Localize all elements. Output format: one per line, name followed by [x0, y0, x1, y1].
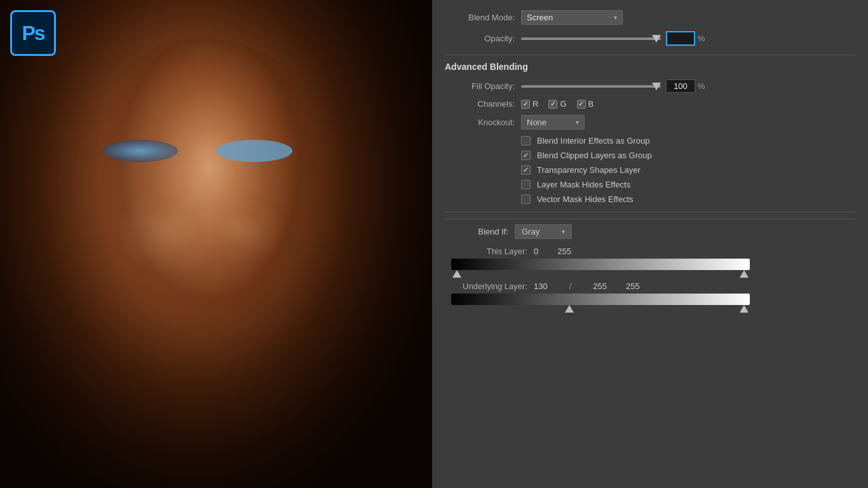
effect-transparency-shapes-checkbox[interactable]: ✓ — [521, 165, 531, 175]
underlying-layer-thumb-mid[interactable] — [565, 305, 574, 313]
channel-r-item: ✓ R — [521, 99, 538, 109]
underlying-layer-gradient — [451, 294, 750, 305]
underlying-layer-mid: 255 — [593, 281, 607, 291]
channel-g-label: G — [560, 99, 566, 109]
underlying-layer-values: 130 / 255 255 — [534, 281, 640, 291]
this-layer-min: 0 — [534, 247, 538, 256]
opacity-slider[interactable] — [521, 34, 661, 44]
blend-if-dropdown[interactable]: Gray ▾ — [515, 224, 572, 239]
channel-g-checkbox[interactable]: ✓ — [548, 100, 557, 109]
ps-logo-text: Ps — [22, 22, 44, 45]
underlying-layer-label: Underlying Layer: — [445, 281, 527, 291]
knockout-row: Knockout: None ▾ — [445, 115, 855, 130]
this-layer-thumb-left[interactable] — [452, 270, 461, 278]
fill-opacity-slider[interactable] — [521, 81, 661, 92]
blend-mode-chevron: ▾ — [614, 14, 617, 21]
advanced-blending-heading: Advanced Blending — [445, 62, 855, 72]
effect-blend-interior-row: ✓ Blend Interior Effects as Group — [521, 136, 855, 146]
opacity-value[interactable]: 100 — [666, 31, 695, 46]
effect-transparency-shapes-row: ✓ Transparency Shapes Layer — [521, 165, 855, 175]
knockout-chevron: ▾ — [576, 119, 579, 126]
blend-if-row: Blend If: Gray ▾ — [445, 224, 855, 239]
channel-b-checkbox[interactable]: ✓ — [577, 100, 586, 109]
underlying-layer-min: 130 — [534, 281, 548, 291]
portrait-image — [0, 0, 432, 488]
effect-vector-mask-row: ✓ Vector Mask Hides Effects — [521, 194, 855, 204]
channel-b-label: B — [588, 99, 594, 109]
this-layer-row: This Layer: 0 255 — [445, 247, 855, 256]
effect-layer-mask-checkbox[interactable]: ✓ — [521, 180, 531, 189]
channel-r-checkbox[interactable]: ✓ — [521, 100, 530, 109]
effects-section: ✓ Blend Interior Effects as Group ✓ Blen… — [521, 136, 855, 204]
this-layer-thumb-right[interactable] — [740, 270, 749, 278]
blend-if-value: Gray — [522, 227, 539, 236]
opacity-thumb[interactable] — [652, 35, 661, 43]
effect-transparency-shapes-check: ✓ — [523, 166, 529, 173]
underlying-layer-max: 255 — [626, 281, 640, 291]
knockout-label: Knockout: — [445, 118, 515, 127]
fill-opacity-row: Fill Opacity: 100 % — [445, 79, 855, 93]
blend-mode-label: Blend Mode: — [445, 13, 515, 22]
blend-if-chevron: ▾ — [562, 228, 565, 235]
blend-if-section: Blend If: Gray ▾ This Layer: 0 255 — [445, 219, 855, 305]
fill-opacity-fill — [521, 85, 661, 88]
this-layer-label: This Layer: — [445, 247, 527, 256]
opacity-row: Opacity: 100 % — [445, 31, 855, 46]
portrait-panel: Ps — [0, 0, 432, 488]
opacity-label: Opacity: — [445, 34, 515, 43]
blend-if-label: Blend If: — [445, 227, 508, 236]
fill-opacity-pct: % — [698, 81, 705, 91]
blend-mode-value: Screen — [527, 13, 553, 22]
fill-opacity-value: 100 — [666, 79, 695, 93]
blend-mode-row: Blend Mode: Screen ▾ — [445, 10, 855, 25]
effect-blend-clipped-row: ✓ Blend Clipped Layers as Group — [521, 151, 855, 160]
effect-blend-clipped-label: Blend Clipped Layers as Group — [537, 151, 652, 160]
effect-blend-interior-label: Blend Interior Effects as Group — [537, 136, 650, 146]
underlying-layer-section: Underlying Layer: 130 / 255 255 — [445, 281, 855, 305]
channel-b-item: ✓ B — [577, 99, 594, 109]
this-layer-max: 255 — [557, 247, 571, 256]
fill-opacity-label: Fill Opacity: — [445, 81, 515, 91]
underlying-layer-thumb-right[interactable] — [740, 305, 749, 313]
effect-transparency-shapes-label: Transparency Shapes Layer — [537, 165, 641, 175]
this-layer-section: This Layer: 0 255 — [445, 247, 855, 270]
channel-r-label: R — [532, 99, 538, 109]
channels-label: Channels: — [445, 99, 515, 109]
this-layer-gradient — [451, 259, 750, 270]
divider-2 — [445, 212, 855, 212]
ps-logo: Ps — [10, 10, 56, 56]
divider-1 — [445, 55, 855, 55]
slash: / — [569, 281, 572, 291]
effect-vector-mask-label: Vector Mask Hides Effects — [537, 194, 634, 204]
effect-blend-clipped-checkbox[interactable]: ✓ — [521, 151, 531, 160]
knockout-dropdown[interactable]: None ▾ — [521, 115, 585, 130]
underlying-layer-track — [451, 294, 750, 305]
opacity-track — [521, 37, 661, 40]
knockout-value: None — [527, 118, 546, 127]
effect-layer-mask-row: ✓ Layer Mask Hides Effects — [521, 180, 855, 189]
channel-g-check: ✓ — [550, 100, 556, 107]
opacity-fill — [521, 37, 661, 40]
this-layer-values: 0 255 — [534, 247, 571, 256]
channel-b-check: ✓ — [578, 100, 584, 107]
channels-row: Channels: ✓ R ✓ G ✓ B — [445, 99, 855, 109]
opacity-pct: % — [698, 34, 705, 43]
channel-g-item: ✓ G — [548, 99, 566, 109]
underlying-layer-row: Underlying Layer: 130 / 255 255 — [445, 281, 855, 291]
blend-mode-dropdown[interactable]: Screen ▾ — [521, 10, 623, 25]
channel-r-check: ✓ — [523, 100, 529, 107]
effect-layer-mask-label: Layer Mask Hides Effects — [537, 180, 630, 189]
effect-vector-mask-checkbox[interactable]: ✓ — [521, 194, 531, 204]
this-layer-track — [451, 259, 750, 270]
effect-blend-interior-checkbox[interactable]: ✓ — [521, 136, 531, 146]
fill-opacity-track — [521, 85, 661, 88]
layer-style-panel: Blend Mode: Screen ▾ Opacity: 100 % Adva… — [432, 0, 868, 488]
effect-blend-clipped-check: ✓ — [523, 152, 529, 159]
fill-opacity-thumb[interactable] — [652, 83, 661, 90]
